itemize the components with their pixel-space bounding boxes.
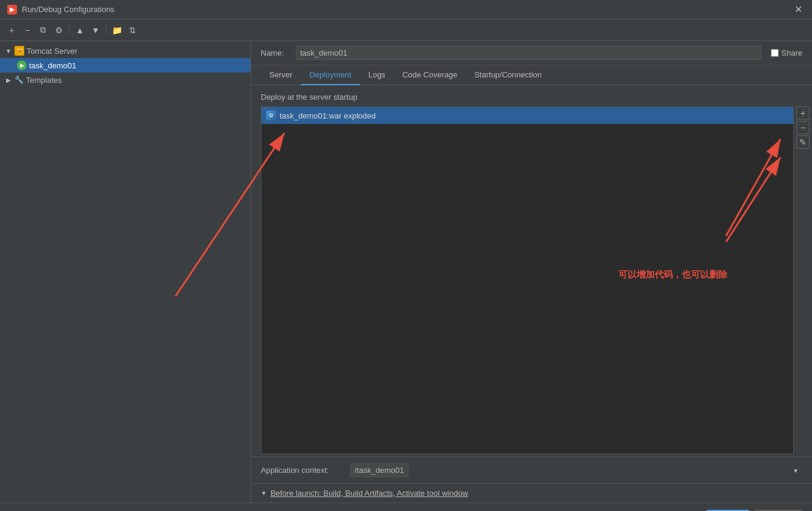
window-title: Run/Debug Configurations (22, 5, 114, 14)
app-icon: ▶ (7, 5, 17, 15)
main-container: ▼ 🐱 Tomcat Server ▶ task_demo01 ▶ 🔧 Temp… (0, 41, 812, 503)
move-up-button[interactable]: ▲ (73, 24, 87, 37)
deploy-edit-button[interactable]: ✎ (796, 135, 810, 149)
deploy-add-button[interactable]: + (796, 106, 810, 120)
tab-logs[interactable]: Logs (360, 65, 394, 85)
right-panel: Name: Share Server Deployment Logs Code … (251, 41, 812, 503)
tree-item-templates[interactable]: ▶ 🔧 Templates (0, 73, 250, 87)
tree-task-label: task_demo01 (29, 61, 76, 70)
tree-group-tomcat[interactable]: ▼ 🐱 Tomcat Server (0, 44, 250, 58)
tomcat-icon: 🐱 (15, 46, 24, 56)
before-launch-label: Before launch: Build, Build Artifacts, A… (270, 489, 468, 498)
close-button[interactable]: ✕ (792, 4, 805, 15)
app-context-select[interactable]: /task_demo01 (350, 463, 408, 477)
settings-button[interactable]: ⚙ (52, 24, 65, 37)
share-checkbox-container: Share (771, 48, 802, 57)
tab-code-coverage[interactable]: Code Coverage (394, 65, 466, 85)
deploy-remove-button[interactable]: − (796, 121, 810, 134)
bottom-bar: ? OK Cancel (0, 503, 812, 511)
before-launch-arrow: ▼ (261, 490, 267, 496)
name-row: Name: Share (251, 41, 812, 65)
run-icon: ▶ (17, 60, 27, 70)
tree-tomcat-label: Tomcat Server (27, 47, 77, 56)
tab-startup[interactable]: Startup/Connection (466, 65, 550, 85)
deploy-item-icon-0: ⚙ (266, 111, 276, 120)
wrench-icon: 🔧 (15, 76, 24, 84)
folder-button[interactable]: 📁 (110, 24, 123, 37)
side-buttons: + − ✎ (794, 106, 812, 454)
tree-item-task-demo[interactable]: ▶ task_demo01 (0, 58, 250, 73)
before-launch-section: ▼ Before launch: Build, Build Artifacts,… (251, 483, 812, 503)
app-context-row: Application context: /task_demo01 (251, 457, 812, 483)
deploy-item-0[interactable]: ⚙ task_demo01:war exploded (261, 107, 793, 124)
app-context-label: Application context: (261, 466, 345, 475)
name-label: Name: (261, 48, 291, 57)
remove-config-button[interactable]: − (21, 24, 34, 37)
add-config-button[interactable]: + (5, 24, 18, 37)
share-checkbox[interactable] (771, 49, 779, 57)
config-tree: ▼ 🐱 Tomcat Server ▶ task_demo01 ▶ 🔧 Temp… (0, 41, 250, 503)
expand-arrow-tomcat: ▼ (5, 48, 12, 54)
expand-arrow-templates: ▶ (5, 77, 12, 83)
tree-templates-label: Templates (26, 76, 62, 85)
toolbar: + − ⧉ ⚙ ▲ ▼ 📁 ⇅ (0, 19, 812, 41)
title-bar-left: ▶ Run/Debug Configurations (7, 5, 114, 15)
deploy-list-container: ⚙ task_demo01:war exploded + − ✎ (251, 106, 812, 454)
name-input[interactable] (296, 46, 761, 60)
sort-button[interactable]: ⇅ (126, 24, 139, 37)
deploy-item-label-0: task_demo01:war exploded (280, 111, 376, 120)
tabs-bar: Server Deployment Logs Code Coverage Sta… (251, 65, 812, 85)
title-bar: ▶ Run/Debug Configurations ✕ (0, 0, 812, 19)
toolbar-separator (69, 25, 70, 35)
toolbar-separator-2 (106, 25, 106, 35)
app-context-wrapper: /task_demo01 (350, 463, 802, 477)
left-panel: ▼ 🐱 Tomcat Server ▶ task_demo01 ▶ 🔧 Temp… (0, 41, 251, 503)
tab-server[interactable]: Server (261, 65, 301, 85)
deploy-section-label: Deploy at the server startup (251, 93, 812, 106)
before-launch-header[interactable]: ▼ Before launch: Build, Build Artifacts,… (261, 489, 802, 498)
tab-deployment[interactable]: Deployment (301, 65, 359, 85)
move-down-button[interactable]: ▼ (89, 24, 102, 37)
deploy-list: ⚙ task_demo01:war exploded (261, 106, 794, 454)
tab-content-deployment: Deploy at the server startup ⚙ task_demo… (251, 85, 812, 503)
copy-config-button[interactable]: ⧉ (36, 24, 50, 37)
share-label: Share (781, 48, 802, 57)
